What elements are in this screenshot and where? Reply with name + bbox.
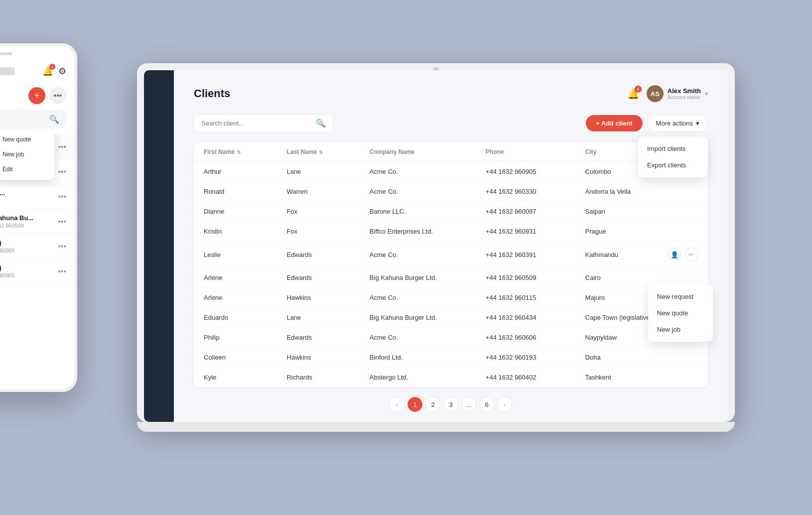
cell-first: Arthur bbox=[204, 168, 286, 175]
phone-search-bar[interactable]: 🔍 bbox=[0, 110, 66, 129]
edit-client-icon[interactable]: ✏ bbox=[685, 248, 698, 261]
page-prev-button[interactable]: ‹ bbox=[390, 397, 405, 412]
import-clients-item[interactable]: Import clients bbox=[638, 140, 708, 157]
phone-item-menu-icon[interactable]: ••• bbox=[58, 192, 66, 201]
export-clients-item[interactable]: Export clients bbox=[638, 157, 708, 173]
view-client-icon[interactable]: 👤 bbox=[668, 248, 681, 261]
mobile-phone: ☰ 🔔 4 ⚙ Clients + ••• 🔍 bbox=[0, 43, 77, 392]
table-row[interactable]: Arthur Lane Acme Co. +44 1632 960905 Col… bbox=[194, 162, 708, 182]
search-input[interactable] bbox=[201, 120, 312, 127]
phone-add-button[interactable]: + bbox=[28, 87, 45, 104]
phone-status-bar bbox=[0, 46, 74, 61]
page-next-button[interactable]: › bbox=[497, 397, 512, 412]
cell-phone: +44 1632 960193 bbox=[486, 354, 585, 361]
phone-item-menu-icon[interactable]: ••• bbox=[58, 167, 66, 176]
list-item[interactable]: Arthur Lane (Acme Co.) Andorra la Vella … bbox=[0, 234, 74, 259]
page-3-button[interactable]: 3 bbox=[443, 397, 458, 412]
more-actions-button[interactable]: More actions ▾ bbox=[648, 115, 708, 132]
cell-company: Binford Ltd. bbox=[370, 354, 486, 361]
list-item[interactable]: Arthur Lane (Acme Co.) Andorra la Vella … bbox=[0, 134, 74, 159]
col-phone-label: Phone bbox=[486, 148, 504, 155]
add-client-button[interactable]: + Add client bbox=[586, 115, 643, 131]
cell-first: Arlene bbox=[204, 294, 286, 301]
phone-context-new-quote[interactable]: New quote bbox=[0, 134, 54, 147]
table-header: First name ⇅ Last name ⇅ Company name bbox=[194, 142, 708, 162]
list-item[interactable]: Dianne Fox (Barone LL... Prague +44 1632… bbox=[0, 184, 74, 209]
phone-search-icon: 🔍 bbox=[49, 115, 59, 124]
cell-city: Tashkent bbox=[585, 374, 668, 381]
table-row[interactable]: Colleen Hawkins Binford Ltd. +44 1632 96… bbox=[194, 348, 708, 368]
phone-page-header: Clients + ••• bbox=[0, 81, 74, 110]
search-bar[interactable]: 🔍 bbox=[194, 114, 333, 132]
phone-notification-icon[interactable]: 🔔 4 bbox=[42, 66, 53, 77]
page-1-button[interactable]: 1 bbox=[407, 397, 422, 412]
phone-item-menu-icon[interactable]: ••• bbox=[58, 267, 66, 276]
cell-first: Eduardo bbox=[204, 314, 286, 321]
more-actions-chevron-icon: ▾ bbox=[696, 120, 699, 127]
cell-phone: +44 1632 960931 bbox=[486, 228, 585, 235]
phone-context-edit[interactable]: Edit bbox=[0, 162, 54, 177]
phone-item-name: Arthur Lane (Acme Co.) bbox=[0, 239, 58, 247]
phone-item-menu-icon[interactable]: ••• bbox=[58, 242, 66, 251]
page-2-button[interactable]: 2 bbox=[425, 397, 440, 412]
notification-button[interactable]: 🔔 4 bbox=[627, 88, 640, 100]
list-item[interactable]: Arlene Edwards (Big Kahuna Bu... Cape To… bbox=[0, 209, 74, 234]
col-city-label: City bbox=[585, 148, 597, 155]
cell-phone: +44 1632 960391 bbox=[486, 251, 585, 258]
cell-first: Dianne bbox=[204, 208, 286, 215]
table-row[interactable]: Leslie Edwards Acme Co. +44 1632 960391 … bbox=[194, 242, 708, 268]
phone-context-new-job[interactable]: New job bbox=[0, 147, 54, 162]
col-last-name[interactable]: Last name ⇅ bbox=[286, 148, 369, 155]
clients-table: First name ⇅ Last name ⇅ Company name bbox=[194, 142, 708, 387]
toolbar-actions: + Add client More actions ▾ Import clien… bbox=[586, 115, 708, 132]
col-phone: Phone bbox=[486, 148, 585, 155]
user-profile[interactable]: AS Alex Smith Account owner ▾ bbox=[647, 85, 708, 102]
more-actions-dropdown: Import clients Export clients bbox=[638, 136, 708, 177]
phone-item-sub: Prague +44 1632 960905 bbox=[0, 198, 58, 204]
row-context-menu: New request New quote New job bbox=[648, 284, 713, 342]
cell-first: Leslie bbox=[204, 251, 286, 258]
phone-item-sub: Andorra la Vella +44 1632 960905 bbox=[0, 272, 58, 278]
page-header: Clients 🔔 4 AS Alex Smith Account owner bbox=[194, 85, 708, 102]
main-content: Clients 🔔 4 AS Alex Smith Account owner bbox=[174, 70, 728, 422]
table-row[interactable]: Dianne Fox Barone LLC. +44 1632 960097 S… bbox=[194, 202, 708, 222]
phone-notch bbox=[0, 52, 12, 55]
table-row[interactable]: Philip Edwards Acme Co. +44 1632 960606 … bbox=[194, 328, 708, 348]
col-last-name-label: Last name bbox=[286, 148, 317, 155]
pagination: ‹ 1 2 3 … 6 › bbox=[194, 397, 708, 412]
context-new-quote[interactable]: New quote bbox=[648, 305, 713, 321]
cell-last: Hawkins bbox=[286, 294, 369, 301]
user-name: Alex Smith bbox=[668, 87, 701, 95]
sort-last-name-icon[interactable]: ⇅ bbox=[319, 149, 323, 155]
header-right: 🔔 4 AS Alex Smith Account owner ▾ bbox=[627, 85, 708, 102]
phone-search-input[interactable] bbox=[0, 116, 45, 123]
table-row[interactable]: Eduardo Lane Big Kahuna Burger Ltd. +44 … bbox=[194, 308, 708, 328]
phone-context-menu: New request New quote New job Edit bbox=[0, 134, 54, 180]
cell-first: Kyle bbox=[204, 374, 286, 381]
cell-first: Philip bbox=[204, 334, 286, 341]
table-row[interactable]: Kristin Fox Biffco Enterprises Ltd. +44 … bbox=[194, 222, 708, 242]
table-row[interactable]: Kyle Richards Abstergo Ltd. +44 1632 960… bbox=[194, 368, 708, 387]
page-6-button[interactable]: 6 bbox=[479, 397, 494, 412]
cell-last: Warren bbox=[286, 188, 369, 195]
phone-item-menu-icon[interactable]: ••• bbox=[58, 217, 66, 226]
phone-settings-icon[interactable]: ⚙ bbox=[58, 66, 66, 77]
table-row[interactable]: Arlene Hawkins Acme Co. +44 1632 960115 … bbox=[194, 288, 708, 308]
cell-city: Kathmandu bbox=[585, 251, 668, 258]
phone-more-button[interactable]: ••• bbox=[49, 87, 66, 104]
cell-phone: +44 1632 960434 bbox=[486, 314, 585, 321]
cell-company: Barone LLC. bbox=[370, 208, 486, 215]
avatar: AS bbox=[647, 85, 664, 102]
list-item[interactable]: Arthur Lane (Acme Co.) Andorra la Vella … bbox=[0, 259, 74, 284]
phone-item-info: Dianne Fox (Barone LL... Prague +44 1632… bbox=[0, 189, 58, 204]
cell-last: Hawkins bbox=[286, 354, 369, 361]
context-new-request[interactable]: New request bbox=[648, 288, 713, 305]
col-first-name[interactable]: First name ⇅ bbox=[204, 148, 286, 155]
cell-city: Andorra la Vella bbox=[585, 188, 668, 195]
context-new-job[interactable]: New job bbox=[648, 321, 713, 338]
cell-company: Biffco Enterprises Ltd. bbox=[370, 228, 486, 235]
table-row[interactable]: Arlene Edwards Big Kahuna Burger Ltd. +4… bbox=[194, 268, 708, 288]
sort-first-name-icon[interactable]: ⇅ bbox=[237, 149, 241, 155]
phone-item-menu-icon[interactable]: ••• bbox=[58, 142, 66, 151]
table-row[interactable]: Ronald Warren Acme Co. +44 1632 960330 A… bbox=[194, 182, 708, 202]
